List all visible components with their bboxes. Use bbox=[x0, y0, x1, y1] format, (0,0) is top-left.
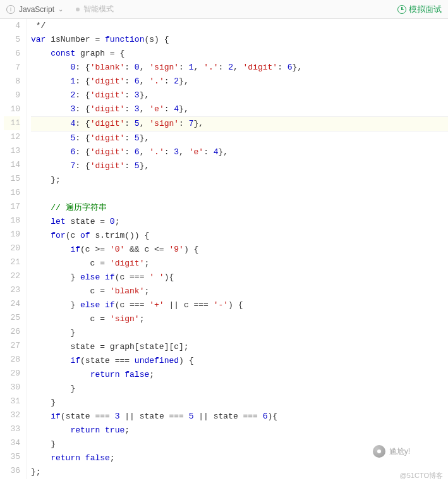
code-line[interactable]: if(state === 3 || state === 5 || state =… bbox=[31, 410, 448, 424]
clock-icon bbox=[397, 5, 406, 14]
code-line[interactable]: 7: {'digit': 5}, bbox=[31, 159, 448, 173]
line-number: 17 bbox=[4, 200, 20, 214]
line-number: 18 bbox=[4, 214, 20, 228]
line-number: 36 bbox=[4, 464, 20, 478]
dot-icon bbox=[76, 8, 80, 11]
line-number: 6 bbox=[4, 47, 20, 61]
line-number: 34 bbox=[4, 436, 20, 450]
code-area[interactable]: */var isNumber = function(s) { const gra… bbox=[27, 19, 448, 479]
code-line[interactable]: for(c of s.trim()) { bbox=[31, 229, 448, 243]
line-number: 22 bbox=[4, 269, 20, 283]
line-number: 28 bbox=[4, 353, 20, 367]
code-line[interactable]: c = 'sign'; bbox=[31, 312, 448, 326]
line-number: 33 bbox=[4, 422, 20, 436]
line-number: 29 bbox=[4, 367, 20, 381]
code-editor[interactable]: 4567891011121314151617181920212223242526… bbox=[0, 19, 448, 479]
line-number: 15 bbox=[4, 172, 20, 186]
wechat-icon bbox=[373, 445, 385, 458]
code-line[interactable]: 2: {'digit': 3}, bbox=[31, 89, 448, 102]
code-line[interactable]: 6: {'digit': 6, '.': 3, 'e': 4}, bbox=[31, 145, 448, 159]
line-number: 30 bbox=[4, 381, 20, 394]
code-line[interactable]: return true; bbox=[31, 424, 448, 437]
chevron-down-icon: ⌄ bbox=[58, 6, 63, 13]
code-line[interactable]: 4: {'digit': 5, 'sign': 7}, bbox=[31, 116, 448, 131]
watermark-site: @51CTO博客 bbox=[400, 471, 443, 479]
line-number: 8 bbox=[4, 75, 20, 89]
editor-toolbar: i JavaScript ⌄ 智能模式 模拟面试 bbox=[0, 0, 448, 19]
smart-mode-toggle[interactable]: 智能模式 bbox=[76, 4, 114, 15]
line-number: 10 bbox=[4, 102, 20, 116]
code-line[interactable]: */ bbox=[31, 19, 448, 33]
smart-mode-label: 智能模式 bbox=[83, 4, 114, 15]
code-line[interactable]: c = 'digit'; bbox=[31, 257, 448, 271]
line-number: 19 bbox=[4, 228, 20, 242]
line-number: 26 bbox=[4, 325, 20, 339]
code-line[interactable]: c = 'blank'; bbox=[31, 284, 448, 298]
code-line[interactable]: 3: {'digit': 3, 'e': 4}, bbox=[31, 102, 448, 116]
line-number: 21 bbox=[4, 255, 20, 269]
language-label: JavaScript bbox=[19, 5, 54, 14]
code-line[interactable] bbox=[31, 187, 448, 201]
code-line[interactable]: const graph = { bbox=[31, 47, 448, 61]
line-number: 25 bbox=[4, 311, 20, 325]
language-select[interactable]: i JavaScript ⌄ bbox=[6, 5, 63, 14]
code-line[interactable]: // 遍历字符串 bbox=[31, 201, 448, 215]
line-number: 5 bbox=[4, 33, 20, 47]
line-number: 27 bbox=[4, 339, 20, 353]
line-number: 20 bbox=[4, 242, 20, 255]
code-line[interactable]: state = graph[state][c]; bbox=[31, 340, 448, 354]
line-gutter: 4567891011121314151617181920212223242526… bbox=[0, 19, 27, 479]
code-line[interactable]: } bbox=[31, 326, 448, 340]
watermark-author: 尴尬y! bbox=[373, 445, 410, 458]
line-number: 16 bbox=[4, 186, 20, 200]
mock-interview-button[interactable]: 模拟面试 bbox=[397, 4, 442, 15]
line-number: 9 bbox=[4, 89, 20, 102]
code-line[interactable]: }; bbox=[31, 465, 448, 479]
line-number: 32 bbox=[4, 408, 20, 422]
info-icon: i bbox=[6, 5, 15, 14]
line-number: 4 bbox=[4, 19, 20, 33]
line-number: 23 bbox=[4, 283, 20, 297]
code-line[interactable]: }; bbox=[31, 173, 448, 187]
code-line[interactable]: let state = 0; bbox=[31, 215, 448, 229]
code-line[interactable]: } bbox=[31, 396, 448, 410]
code-line[interactable]: var isNumber = function(s) { bbox=[31, 33, 448, 47]
code-line[interactable]: } else if(c === ' '){ bbox=[31, 271, 448, 284]
code-line[interactable]: } bbox=[31, 382, 448, 396]
line-number: 24 bbox=[4, 297, 20, 311]
code-line[interactable]: if(state === undefined) { bbox=[31, 354, 448, 368]
line-number: 11 bbox=[4, 116, 20, 130]
code-line[interactable]: return false; bbox=[31, 368, 448, 382]
line-number: 31 bbox=[4, 394, 20, 408]
line-number: 7 bbox=[4, 61, 20, 75]
author-name: 尴尬y! bbox=[389, 446, 410, 457]
code-line[interactable]: 0: {'blank': 0, 'sign': 1, '.': 2, 'digi… bbox=[31, 61, 448, 75]
line-number: 14 bbox=[4, 158, 20, 172]
code-line[interactable]: 5: {'digit': 5}, bbox=[31, 131, 448, 145]
line-number: 13 bbox=[4, 144, 20, 158]
line-number: 12 bbox=[4, 130, 20, 144]
code-line[interactable]: 1: {'digit': 6, '.': 2}, bbox=[31, 75, 448, 89]
code-line[interactable]: if(c >= '0' && c <= '9') { bbox=[31, 243, 448, 257]
mock-interview-label: 模拟面试 bbox=[409, 4, 442, 15]
code-line[interactable]: } else if(c === '+' || c === '-') { bbox=[31, 298, 448, 312]
line-number: 35 bbox=[4, 450, 20, 464]
